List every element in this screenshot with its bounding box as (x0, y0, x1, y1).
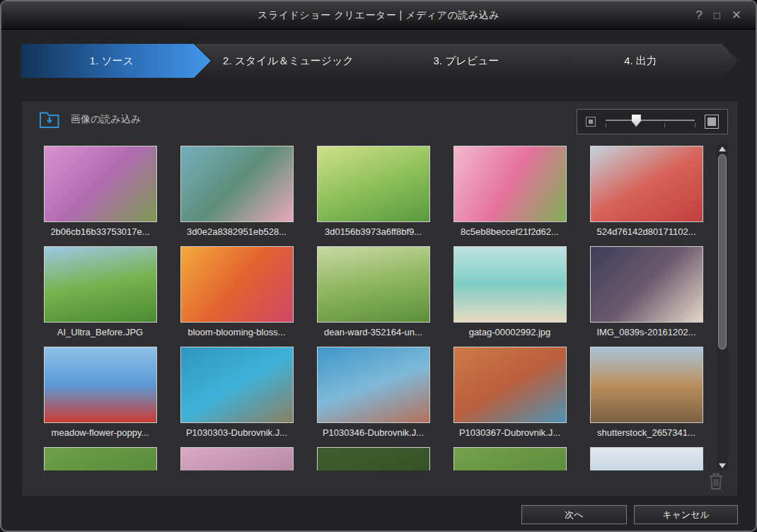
close-button[interactable]: ✕ (732, 9, 741, 21)
tab-source-label: 1. ソース (90, 54, 134, 68)
photo-filename: bloom-blooming-bloss... (187, 327, 285, 337)
zoom-slider-thumb[interactable] (632, 115, 641, 127)
photo-thumbnail[interactable] (590, 146, 703, 222)
photo-thumbnail[interactable] (180, 246, 294, 323)
photo-item[interactable] (32, 442, 168, 470)
tab-preview-label: 3. プレビュー (433, 54, 499, 68)
photo-grid: 2b06cb16b33753017e...3d0e2a8382951eb528.… (32, 141, 715, 470)
photo-item[interactable]: IMG_0839s-20161202... (578, 241, 715, 342)
photo-filename: shutterstock_2657341... (597, 427, 695, 438)
import-images-button[interactable]: 画像の読み込み (39, 110, 141, 129)
photo-item[interactable]: bloom-blooming-bloss... (168, 241, 305, 342)
photo-item[interactable]: P1030367-Dubrovnik.J... (441, 342, 578, 442)
photo-filename: IMG_0839s-20161202... (596, 327, 695, 337)
photo-item[interactable]: 8c5eb8beccef21f2d62... (441, 141, 578, 241)
tab-source[interactable]: 1. ソース (21, 44, 211, 78)
next-button-label: 次へ (565, 509, 583, 521)
photo-item[interactable]: 524d76142d80171102... (578, 141, 715, 241)
media-panel: 画像の読み込み 2b06cb16b33753017e...3d0e2a83829… (21, 100, 739, 497)
photo-thumbnail[interactable] (317, 146, 430, 222)
photo-thumbnail[interactable] (44, 347, 157, 423)
photo-filename: 8c5eb8beccef21f2d62... (461, 226, 559, 237)
arrow-down-icon (719, 463, 726, 468)
photo-filename: dean-ward-352164-un... (324, 327, 422, 337)
slider-tick (695, 123, 695, 127)
photo-filename: 2b06cb16b33753017e... (50, 226, 149, 237)
help-button[interactable]: ? (695, 9, 702, 21)
thumbnail-large-icon[interactable] (705, 115, 719, 129)
thumbnail-size-slider[interactable] (606, 115, 695, 129)
photo-thumbnail[interactable] (317, 447, 430, 470)
photo-thumbnail[interactable] (317, 347, 430, 423)
photo-thumbnail[interactable] (453, 447, 567, 470)
arrow-up-icon (719, 146, 726, 151)
import-images-label: 画像の読み込み (71, 113, 141, 126)
photo-filename: gatag-00002992.jpg (469, 327, 551, 337)
window-controls: ? □ ✕ (695, 1, 741, 29)
photo-thumbnail[interactable] (590, 347, 703, 423)
photo-thumbnail[interactable] (453, 146, 567, 222)
photo-item[interactable]: gatag-00002992.jpg (441, 241, 578, 342)
scroll-up-button[interactable] (717, 144, 728, 154)
photo-thumbnail[interactable] (180, 146, 294, 222)
delete-trash-icon[interactable] (707, 471, 725, 491)
photo-filename: 524d76142d80171102... (596, 226, 695, 237)
photo-thumbnail[interactable] (453, 347, 567, 423)
photo-thumbnail[interactable] (44, 146, 157, 222)
photo-item[interactable] (305, 442, 441, 470)
photo-item[interactable]: shutterstock_2657341... (578, 342, 715, 442)
photo-thumbnail[interactable] (317, 246, 430, 323)
tab-output-label: 4. 出力 (624, 54, 657, 68)
title-bar: スライドショー クリエーター | メディアの読み込み ? □ ✕ (1, 1, 756, 30)
photo-item[interactable] (578, 442, 715, 470)
photo-item[interactable]: dean-ward-352164-un... (305, 241, 441, 342)
slider-track-line (606, 120, 695, 121)
step-tabs: 1. ソース 2. スタイル＆ミュージック 3. プレビュー 4. 出力 (21, 44, 739, 78)
photo-item[interactable]: AI_Ultra_Before.JPG (32, 241, 168, 342)
photo-thumbnail[interactable] (590, 447, 703, 470)
photo-item[interactable]: meadow-flower-poppy... (32, 342, 168, 442)
tab-style-music[interactable]: 2. スタイル＆ミュージック (195, 44, 390, 78)
import-folder-icon (39, 110, 60, 129)
photo-thumbnail[interactable] (180, 447, 294, 470)
photo-item[interactable]: P1030346-Dubrovnik.J... (305, 342, 441, 442)
photo-filename: meadow-flower-poppy... (52, 427, 149, 438)
photo-item[interactable]: P1030303-Dubrovnik.J... (168, 342, 305, 442)
slider-tick (606, 123, 606, 127)
cancel-button[interactable]: キャンセル (634, 505, 738, 524)
tab-output[interactable]: 4. 出力 (551, 44, 739, 78)
scroll-down-button[interactable] (717, 461, 728, 470)
tab-preview[interactable]: 3. プレビュー (373, 44, 568, 78)
photo-item[interactable] (441, 442, 578, 470)
photo-filename: AI_Ultra_Before.JPG (57, 327, 143, 337)
photo-item[interactable]: 3d0e2a8382951eb528... (168, 141, 305, 241)
photo-item[interactable]: 3d0156b3973a6ff8bf9... (305, 141, 441, 241)
photo-item[interactable] (168, 442, 305, 470)
photo-filename: P1030346-Dubrovnik.J... (323, 427, 424, 438)
thumbnail-size-control (577, 109, 728, 134)
cancel-button-label: キャンセル (662, 509, 710, 521)
grid-scrollbar[interactable] (717, 144, 728, 470)
photo-filename: 3d0e2a8382951eb528... (187, 226, 287, 237)
photo-thumbnail[interactable] (44, 447, 157, 470)
photo-filename: P1030303-Dubrovnik.J... (186, 427, 287, 438)
photo-thumbnail[interactable] (180, 347, 294, 423)
photo-item[interactable]: 2b06cb16b33753017e... (32, 141, 168, 241)
photo-thumbnail[interactable] (590, 246, 703, 323)
scrollbar-thumb[interactable] (718, 154, 727, 349)
window-title: スライドショー クリエーター | メディアの読み込み (258, 9, 499, 22)
slider-tick (664, 123, 665, 127)
photo-filename: 3d0156b3973a6ff8bf9... (325, 226, 422, 237)
app-window: スライドショー クリエーター | メディアの読み込み ? □ ✕ 1. ソース … (0, 0, 757, 532)
next-button[interactable]: 次へ (521, 505, 627, 524)
thumbnail-small-icon[interactable] (586, 117, 596, 127)
photo-thumbnail[interactable] (44, 246, 157, 323)
photo-thumbnail[interactable] (453, 246, 567, 323)
maximize-button[interactable]: □ (714, 10, 720, 21)
photo-filename: P1030367-Dubrovnik.J... (459, 427, 560, 438)
tab-style-music-label: 2. スタイル＆ミュージック (223, 54, 354, 68)
